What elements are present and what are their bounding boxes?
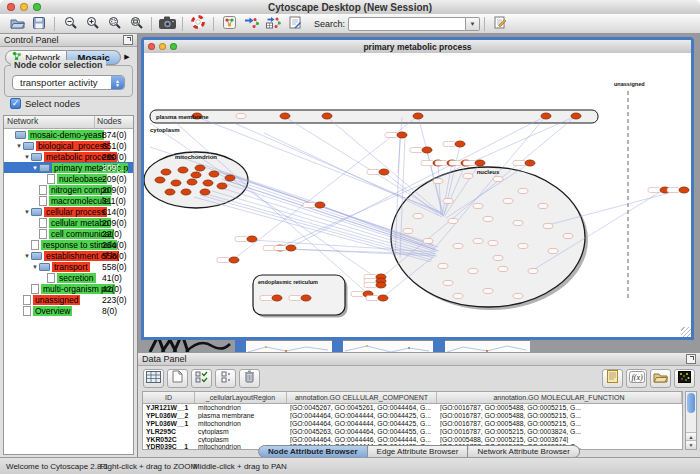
tree-row-secretion[interactable]: secretion41(0)	[4, 272, 133, 283]
zoom-window-button[interactable]	[33, 3, 41, 11]
gene-node[interactable]	[379, 169, 389, 175]
disclosure-arrow-icon[interactable]: ▼	[23, 253, 31, 259]
gene-node[interactable]	[229, 257, 239, 263]
table-row[interactable]: YPL036W__1mitochondrion[GO:0044464, GO:0…	[143, 420, 682, 428]
gene-node[interactable]	[403, 228, 413, 233]
gene-node[interactable]	[518, 188, 528, 193]
gene-node[interactable]	[503, 198, 513, 203]
gene-node[interactable]	[272, 295, 282, 301]
tree-row-transport[interactable]: ▼transport558(0)	[4, 261, 133, 272]
gene-node[interactable]	[165, 189, 175, 195]
gene-node[interactable]	[280, 113, 290, 119]
gene-node[interactable]	[453, 293, 463, 298]
gene-node[interactable]	[181, 189, 191, 195]
zoom-fit-button[interactable]	[125, 15, 147, 32]
gene-node[interactable]	[541, 113, 551, 119]
gene-node[interactable]	[187, 179, 197, 185]
gene-node[interactable]	[225, 175, 235, 181]
gene-node[interactable]	[178, 167, 188, 173]
gene-node[interactable]	[397, 132, 407, 138]
tree-row-establishment-of-lo[interactable]: ▼establishment of lo558(0)	[4, 250, 133, 261]
open-file-button[interactable]	[6, 15, 28, 32]
vizmapper-button[interactable]	[218, 15, 240, 32]
attribute-notes-button[interactable]	[602, 369, 623, 388]
tree-row-response-to-stimulu[interactable]: response to stimulu264(0)	[4, 239, 133, 250]
tree-row-overview[interactable]: Overview8(0)	[4, 305, 133, 316]
gene-node[interactable]	[236, 113, 246, 118]
region-nucleus[interactable]	[391, 167, 585, 307]
tree-row-primary-metabolic-process[interactable]: ▼primary metabolic process209(...	[4, 162, 133, 173]
gene-node[interactable]	[301, 295, 311, 301]
gene-node[interactable]	[413, 113, 423, 119]
gene-node[interactable]	[548, 248, 558, 253]
background-window[interactable]	[445, 340, 530, 352]
gene-node[interactable]	[513, 220, 523, 225]
float-panel-icon[interactable]	[686, 354, 696, 364]
network-window-titlebar[interactable]: primary metabolic process	[144, 40, 691, 54]
disclosure-arrow-icon[interactable]: ▼	[31, 264, 39, 270]
import-network-button[interactable]	[240, 15, 262, 32]
gene-node[interactable]	[493, 255, 503, 260]
tree-row-nucleobase-[interactable]: nucleobase-209(0)	[4, 173, 133, 184]
tree-row-unassigned[interactable]: unassigned223(0)	[4, 294, 133, 305]
tree-row-biological-process[interactable]: ▼biological_process651(0)	[4, 140, 133, 151]
gene-node[interactable]	[422, 147, 432, 153]
disclosure-arrow-icon[interactable]: ▼	[23, 154, 31, 160]
gene-node[interactable]	[423, 238, 433, 243]
gene-node[interactable]	[315, 202, 325, 208]
gene-node[interactable]	[488, 240, 498, 245]
gene-node[interactable]	[463, 173, 473, 178]
background-window[interactable]	[343, 340, 433, 352]
gene-node[interactable]	[538, 203, 548, 208]
import-attributes-button[interactable]	[650, 369, 671, 388]
minimize-window-button[interactable]	[20, 3, 28, 11]
gene-node[interactable]	[200, 189, 210, 195]
gene-node[interactable]	[247, 236, 257, 242]
tree-row-mosaic-demo-yeast[interactable]: mosaic-demo-yeast874(0)	[4, 129, 133, 140]
gene-node[interactable]	[453, 243, 463, 248]
select-attributes-button[interactable]	[191, 369, 212, 388]
table-row[interactable]: YKR052Ccytoplasm[GO:0044464, GO:0044446,…	[143, 435, 682, 443]
gene-node[interactable]	[483, 288, 493, 293]
select-nodes-checkbox[interactable]: ✓	[10, 98, 21, 109]
tree-row-cellular-process[interactable]: ▼cellular process614(0)	[4, 206, 133, 217]
gene-node[interactable]	[455, 141, 465, 147]
gene-node[interactable]	[528, 268, 538, 273]
gene-node[interactable]	[209, 171, 219, 177]
refresh-index-button[interactable]	[494, 15, 507, 33]
network-edit-button[interactable]	[284, 15, 306, 32]
tree-row-nitrogen-compo[interactable]: nitrogen compo209(0)	[4, 184, 133, 195]
gene-node[interactable]	[376, 282, 386, 288]
background-window[interactable]	[246, 340, 332, 352]
close-window-button[interactable]	[148, 43, 155, 50]
column-header[interactable]: _cellularLayoutRegion	[195, 392, 287, 403]
gene-node[interactable]	[413, 213, 423, 218]
network-canvas[interactable]: plasma membranecytoplasmmitochondrionnuc…	[144, 53, 691, 337]
gene-node[interactable]	[473, 203, 483, 208]
gene-node[interactable]	[171, 180, 181, 186]
zoom-selected-button[interactable]	[103, 15, 125, 32]
table-row[interactable]: YJR121W__1mitochondrion[GO:0045267, GO:0…	[143, 404, 682, 412]
edge[interactable]	[234, 123, 442, 214]
table-row[interactable]: YPL036W__2plasma membrane[GO:0044464, GO…	[143, 412, 682, 420]
background-window-edge[interactable]	[433, 340, 445, 352]
minimize-window-button[interactable]	[159, 43, 166, 50]
tree-row-multi-organism-pro[interactable]: multi-organism pro42(0)	[4, 283, 133, 294]
disclosure-arrow-icon[interactable]: ▼	[31, 165, 39, 171]
gene-node[interactable]	[679, 187, 689, 193]
table-grid-button[interactable]	[143, 369, 164, 388]
scroll-down-icon[interactable]: ▼	[686, 440, 696, 449]
table-scrollbar[interactable]: ▲ ▼	[685, 391, 697, 450]
tree-row-cell-communicat[interactable]: cell communicat22(0)	[4, 228, 133, 239]
gene-node[interactable]	[518, 243, 528, 248]
column-header[interactable]: annotation.GO CELLULAR_COMPONENT	[287, 392, 437, 403]
gene-node[interactable]	[191, 172, 201, 178]
edge[interactable]	[398, 117, 402, 173]
gene-node[interactable]	[448, 218, 458, 223]
snapshot-camera-button[interactable]	[156, 15, 178, 32]
import-network-table-button[interactable]	[262, 15, 284, 32]
tree-row-metabolic-process[interactable]: ▼metabolic process280(0)	[4, 151, 133, 162]
app-titlebar[interactable]: Cytoscape Desktop (New Session)	[0, 0, 700, 15]
refresh-index-button[interactable]	[489, 15, 511, 32]
gene-node[interactable]	[493, 176, 503, 181]
